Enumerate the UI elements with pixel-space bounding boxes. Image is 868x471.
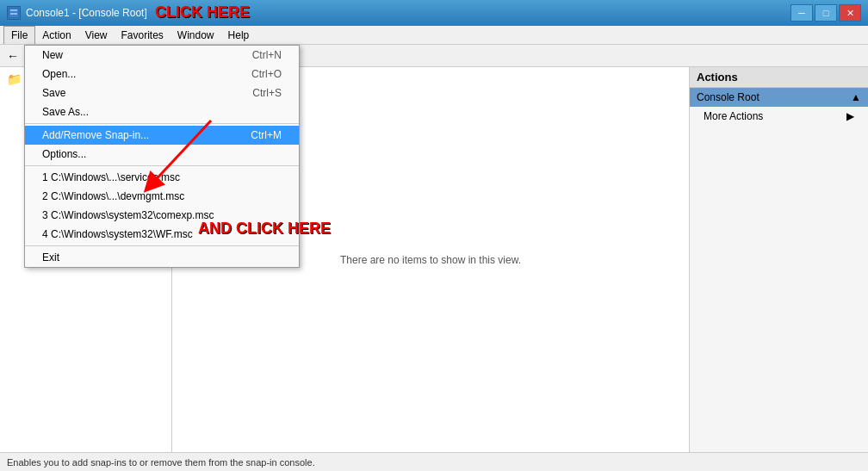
status-text: Enables you to add snap-ins to or remove… [7,457,315,468]
menu-save-label: Save [42,87,65,99]
svg-rect-1 [10,9,17,11]
menu-help[interactable]: Help [221,26,257,44]
menu-action[interactable]: Action [35,26,78,44]
menu-open[interactable]: Open... Ctrl+O [25,65,299,84]
menu-saveas-label: Save As... [42,106,89,118]
empty-message: There are no items to show in this view. [340,254,521,266]
menu-recent-3[interactable]: 3 C:\Windows\system32\comexp.msc [25,206,299,225]
menu-open-shortcut: Ctrl+O [251,68,282,80]
menu-bar: File Action View Favorites Window Help [0,26,868,45]
menu-snapin-shortcut: Ctrl+M [251,129,282,141]
menu-new-shortcut: Ctrl+N [252,49,282,61]
window-title: Console1 - [Console Root] [26,7,790,19]
separator-2 [25,165,299,166]
actions-header: Actions [690,67,868,88]
menu-new-label: New [42,49,63,61]
separator-1 [25,123,299,124]
menu-snapin-label: Add/Remove Snap-in... [42,129,149,141]
menu-options[interactable]: Options... [25,145,299,164]
menu-recent-1-label: 1 C:\Windows\...\services.msc [42,171,180,183]
menu-recent-2-label: 2 C:\Windows\...\devmgmt.msc [42,190,184,202]
menu-file[interactable]: File [3,26,35,44]
menu-favorites[interactable]: Favorites [115,26,170,44]
menu-window[interactable]: Window [170,26,221,44]
menu-snapin[interactable]: Add/Remove Snap-in... Ctrl+M [25,126,299,145]
svg-rect-2 [10,13,17,15]
title-bar-buttons: ─ □ ✕ [790,4,861,22]
separator-3 [25,245,299,246]
menu-view[interactable]: View [78,26,115,44]
title-bar: Console1 - [Console Root] CLICK HERE ─ □… [0,0,868,26]
tree-icon: 📁 [7,72,22,86]
menu-recent-2[interactable]: 2 C:\Windows\...\devmgmt.msc [25,187,299,206]
actions-more-arrow: ▶ [846,110,854,122]
menu-save[interactable]: Save Ctrl+S [25,84,299,102]
menu-open-label: Open... [42,68,76,80]
actions-panel: Actions Console Root ▲ More Actions ▶ [690,67,868,452]
menu-options-label: Options... [42,148,86,160]
menu-exit[interactable]: Exit [25,248,299,267]
actions-console-root-row[interactable]: Console Root ▲ [690,88,868,107]
minimize-button[interactable]: ─ [790,4,813,22]
menu-save-shortcut: Ctrl+S [252,87,282,99]
actions-more-label: More Actions [704,110,763,122]
menu-new[interactable]: New Ctrl+N [25,46,299,65]
actions-more-actions-row[interactable]: More Actions ▶ [690,107,868,126]
menu-recent-4-label: 4 C:\Windows\system32\WF.msc [42,228,193,240]
menu-recent-4[interactable]: 4 C:\Windows\system32\WF.msc [25,225,299,244]
app-icon [7,6,21,20]
file-dropdown-menu: New Ctrl+N Open... Ctrl+O Save Ctrl+S Sa… [24,45,300,268]
toolbar-back[interactable]: ← [3,46,22,65]
menu-saveas[interactable]: Save As... [25,102,299,121]
close-button[interactable]: ✕ [839,4,861,22]
menu-exit-label: Exit [42,251,59,263]
status-bar: Enables you to add snap-ins to or remove… [0,452,868,471]
menu-recent-3-label: 3 C:\Windows\system32\comexp.msc [42,209,214,221]
actions-expand-icon: ▲ [851,91,861,103]
menu-recent-1[interactable]: 1 C:\Windows\...\services.msc [25,168,299,187]
restore-button[interactable]: □ [815,4,837,22]
actions-console-root-label: Console Root [697,91,760,103]
